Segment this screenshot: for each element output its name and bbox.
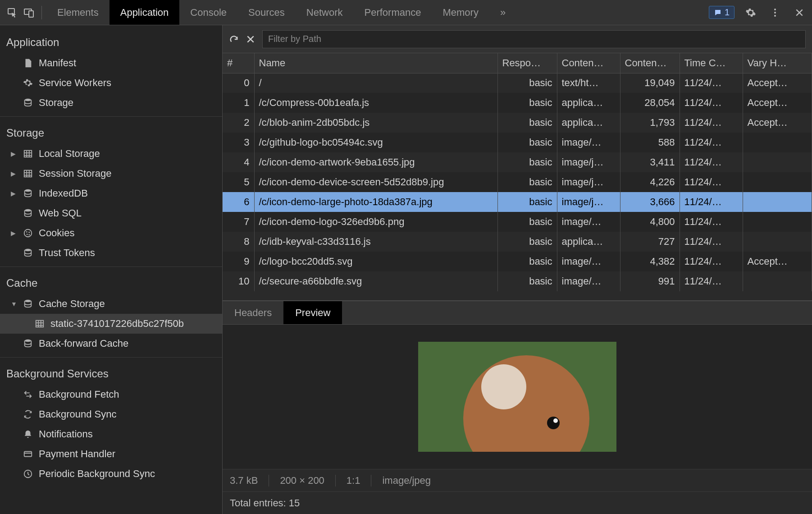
expand-icon[interactable]: ▶	[11, 229, 17, 237]
tab-memory[interactable]: Memory	[432, 0, 489, 25]
sidebar-item-service-workers[interactable]: Service Workers	[0, 73, 222, 93]
preview-ratio: 1:1	[347, 475, 360, 486]
refresh-icon[interactable]	[229, 34, 239, 44]
tab-preview[interactable]: Preview	[283, 301, 342, 324]
sidebar-item-session-storage[interactable]: ▶ Session Storage	[0, 164, 222, 184]
svg-point-16	[25, 249, 32, 252]
tab-elements[interactable]: Elements	[46, 0, 109, 25]
tab-sources[interactable]: Sources	[237, 0, 296, 25]
message-icon	[714, 9, 722, 17]
cell-content-type: image/j…	[557, 172, 620, 192]
table-icon	[22, 167, 34, 180]
table-row[interactable]: 4/c/icon-demo-artwork-9eba1655.jpgbasici…	[223, 152, 812, 172]
svg-rect-7	[24, 151, 32, 157]
expand-icon[interactable]: ▶	[11, 150, 17, 157]
tab-application[interactable]: Application	[109, 0, 180, 25]
cell-name: /c/icon-demo-device-screen-5d52d8b9.jpg	[254, 172, 497, 192]
sidebar-item-cache-entry[interactable]: static-3741017226db5c27f50b	[0, 314, 222, 334]
device-toolbar-icon[interactable]	[21, 5, 37, 21]
table-row[interactable]: 10/c/secure-a66bbdfe.svgbasicimage/…9911…	[223, 271, 812, 291]
table-row[interactable]: 8/c/idb-keyval-c33d3116.jsbasicapplica…7…	[223, 232, 812, 252]
table-row[interactable]: 9/c/logo-bcc20dd5.svgbasicimage/…4,38211…	[223, 252, 812, 271]
cell-index: 0	[223, 73, 254, 93]
svg-point-11	[24, 229, 32, 237]
table-row[interactable]: 6/c/icon-demo-large-photo-18da387a.jpgba…	[223, 192, 812, 212]
preview-area	[223, 325, 812, 469]
sidebar-item-trust-tokens[interactable]: Trust Tokens	[0, 243, 222, 263]
sidebar-item-bf-cache[interactable]: Back-forward Cache	[0, 334, 222, 353]
sidebar-item-label: Service Workers	[39, 77, 111, 89]
cell-response: basic	[497, 172, 557, 192]
table-icon	[33, 317, 46, 330]
sidebar-item-background-sync[interactable]: Background Sync	[0, 404, 222, 424]
cell-vary: Accept…	[743, 113, 812, 133]
svg-rect-0	[8, 9, 14, 14]
clock-icon	[22, 468, 34, 480]
expand-icon[interactable]: ▶	[11, 190, 17, 197]
sidebar-item-background-fetch[interactable]: Background Fetch	[0, 385, 222, 404]
col-content-length[interactable]: Conten…	[620, 53, 680, 73]
cell-index: 7	[223, 212, 254, 232]
sidebar-item-cache-storage[interactable]: ▼ Cache Storage	[0, 294, 222, 314]
cell-vary	[743, 192, 812, 212]
cell-time: 11/24/…	[680, 192, 743, 212]
section-application: Application	[0, 30, 222, 53]
section-cache: Cache	[0, 271, 222, 294]
cell-content-type: image/…	[557, 271, 620, 291]
devtools-toolbar: Elements Application Console Sources Net…	[0, 0, 812, 25]
cookie-icon	[22, 227, 34, 239]
database-icon	[22, 96, 34, 109]
table-row[interactable]: 1/c/Compress-00b1eafa.jsbasicapplica…28,…	[223, 93, 812, 113]
tab-network[interactable]: Network	[296, 0, 354, 25]
sidebar-item-indexeddb[interactable]: ▶ IndexedDB	[0, 184, 222, 203]
col-content-type[interactable]: Conten…	[557, 53, 620, 73]
delete-icon[interactable]	[246, 35, 255, 44]
close-icon[interactable]	[791, 5, 807, 21]
col-vary-header[interactable]: Vary H…	[743, 53, 812, 73]
sidebar-item-cookies[interactable]: ▶ Cookies	[0, 223, 222, 243]
col-time-cached[interactable]: Time C…	[680, 53, 743, 73]
filter-input[interactable]	[262, 30, 806, 48]
cell-response: basic	[497, 93, 557, 113]
cell-index: 5	[223, 172, 254, 192]
cell-vary	[743, 232, 812, 252]
sidebar-item-storage[interactable]: Storage	[0, 93, 222, 113]
sidebar-item-periodic-sync[interactable]: Periodic Background Sync	[0, 464, 222, 484]
issues-badge[interactable]: 1	[709, 6, 734, 19]
table-row[interactable]: 3/c/github-logo-bc05494c.svgbasicimage/……	[223, 133, 812, 152]
table-row[interactable]: 5/c/icon-demo-device-screen-5d52d8b9.jpg…	[223, 172, 812, 192]
col-response[interactable]: Respo…	[497, 53, 557, 73]
more-options-icon[interactable]	[767, 5, 783, 21]
sidebar-item-local-storage[interactable]: ▶ Local Storage	[0, 144, 222, 164]
collapse-icon[interactable]: ▼	[11, 300, 17, 307]
cell-content-length: 3,666	[620, 192, 680, 212]
cell-response: basic	[497, 133, 557, 152]
sidebar-item-notifications[interactable]: Notifications	[0, 424, 222, 444]
table-row[interactable]: 0/basictext/ht…19,04911/24/…Accept…	[223, 73, 812, 93]
tab-headers[interactable]: Headers	[223, 301, 283, 324]
cell-index: 10	[223, 271, 254, 291]
sidebar-item-manifest[interactable]: Manifest	[0, 53, 222, 73]
sidebar-item-label: Payment Handler	[39, 448, 115, 460]
gear-icon	[22, 77, 34, 89]
tab-performance[interactable]: Performance	[353, 0, 432, 25]
tab-more[interactable]: »	[489, 0, 516, 25]
col-index[interactable]: #	[223, 53, 254, 73]
sidebar-item-web-sql[interactable]: Web SQL	[0, 203, 222, 223]
cell-content-type: image/…	[557, 133, 620, 152]
col-name[interactable]: Name	[254, 53, 497, 73]
expand-icon[interactable]: ▶	[11, 170, 17, 177]
table-row[interactable]: 2/c/blob-anim-2db05bdc.jsbasicapplica…1,…	[223, 113, 812, 133]
svg-rect-20	[24, 452, 32, 457]
sidebar-item-payment-handler[interactable]: Payment Handler	[0, 444, 222, 464]
tab-console[interactable]: Console	[179, 0, 237, 25]
database-icon	[22, 207, 34, 220]
cell-name: /c/Compress-00b1eafa.js	[254, 93, 497, 113]
cell-time: 11/24/…	[680, 113, 743, 133]
settings-icon[interactable]	[743, 5, 759, 21]
inspect-element-icon[interactable]	[5, 5, 21, 21]
bell-icon	[22, 428, 34, 441]
cell-content-type: image/…	[557, 252, 620, 271]
table-row[interactable]: 7/c/icon-demo-logo-326ed9b6.pngbasicimag…	[223, 212, 812, 232]
fetch-icon	[22, 388, 34, 401]
